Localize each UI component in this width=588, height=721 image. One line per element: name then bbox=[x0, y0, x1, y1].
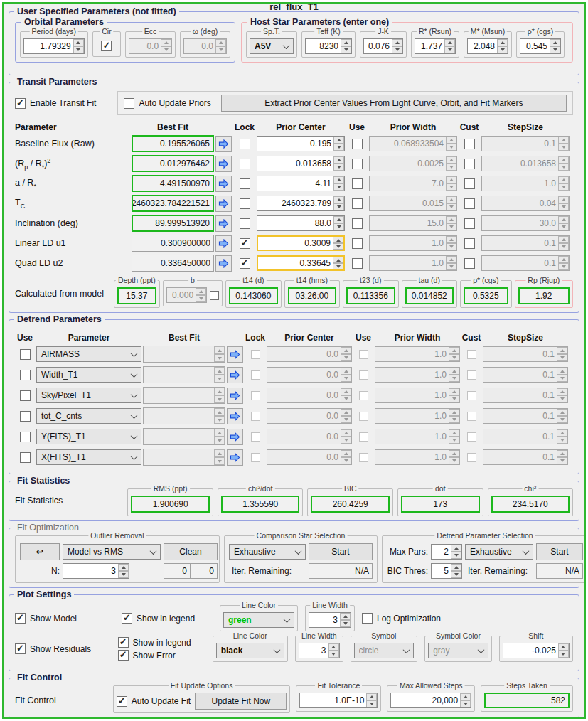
spinner-up-button[interactable] bbox=[366, 693, 377, 700]
spinner-down-button[interactable] bbox=[366, 700, 377, 707]
spinner-up-button[interactable] bbox=[333, 196, 344, 203]
detrend-sel-start-button[interactable]: Start bbox=[536, 543, 583, 560]
prior-center-spinner[interactable]: 0.33645 bbox=[257, 255, 345, 271]
fit-tolerance-spinner[interactable]: 1.0E-10 bbox=[299, 693, 378, 708]
spinner-down-button[interactable] bbox=[333, 203, 344, 210]
spinner-down-button[interactable] bbox=[449, 437, 459, 444]
spinner-down-button[interactable] bbox=[333, 263, 343, 269]
use-prior-checkbox[interactable] bbox=[352, 238, 363, 249]
spinner-down-button[interactable] bbox=[214, 375, 225, 383]
copy-best-fit-button[interactable] bbox=[215, 136, 232, 152]
spinner-down-button[interactable] bbox=[557, 437, 567, 444]
spinner-up-button[interactable] bbox=[333, 137, 344, 144]
lock-checkbox[interactable] bbox=[240, 238, 250, 249]
residuals-line-width-spinner[interactable]: 3 bbox=[299, 643, 340, 658]
shift-spinner[interactable]: -0.025 bbox=[503, 643, 570, 658]
lock-checkbox[interactable] bbox=[240, 139, 250, 149]
show-residuals[interactable]: Show Residuals bbox=[15, 643, 111, 654]
comp-star-start-button[interactable]: Start bbox=[309, 543, 373, 560]
prior-center-spinner[interactable]: 0.3009 bbox=[257, 235, 345, 251]
spinner-down-button[interactable] bbox=[446, 183, 456, 191]
spinner-up-button[interactable] bbox=[451, 545, 461, 552]
use-prior-checkbox[interactable] bbox=[352, 178, 363, 189]
spinner-up-button[interactable] bbox=[341, 39, 351, 46]
spinner-down-button[interactable] bbox=[341, 354, 351, 361]
spinner-down-button[interactable] bbox=[333, 164, 344, 171]
spinner-down-button[interactable] bbox=[550, 46, 560, 53]
spinner-down-button[interactable] bbox=[557, 416, 567, 423]
custom-step-checkbox[interactable] bbox=[464, 139, 475, 149]
spinner-up-button[interactable] bbox=[557, 429, 567, 437]
custom-step-checkbox[interactable] bbox=[464, 178, 475, 189]
spinner-up-button[interactable] bbox=[446, 216, 456, 223]
spinner-down-button[interactable] bbox=[558, 651, 569, 658]
log-optimization[interactable]: Log Optimization bbox=[362, 613, 441, 624]
spinner-up-button[interactable] bbox=[333, 257, 343, 263]
spinner-up-button[interactable] bbox=[341, 409, 351, 416]
model-line-color-dropdown[interactable]: green bbox=[223, 612, 294, 628]
n-sigma-spinner[interactable]: 3 bbox=[63, 563, 129, 579]
use-prior-checkbox[interactable] bbox=[352, 258, 363, 269]
spinner-down-button[interactable] bbox=[73, 46, 84, 53]
spinner-up-button[interactable] bbox=[558, 216, 569, 223]
spinner-down-button[interactable] bbox=[558, 144, 569, 151]
auto-update-fit-checkbox[interactable] bbox=[117, 696, 127, 707]
spinner-up-button[interactable] bbox=[558, 196, 569, 203]
spinner-down-button[interactable] bbox=[392, 46, 402, 53]
use-detrend-checkbox[interactable] bbox=[20, 432, 31, 442]
spinner-down-button[interactable] bbox=[446, 164, 456, 171]
spinner-up-button[interactable] bbox=[446, 236, 456, 243]
use-detrend-checkbox[interactable] bbox=[20, 452, 31, 463]
custom-step-checkbox[interactable] bbox=[464, 218, 475, 229]
outlier-method-dropdown[interactable]: Model vs RMS bbox=[63, 544, 161, 560]
spinner-down-button[interactable] bbox=[558, 164, 569, 171]
period-spinner[interactable]: 1.79329 bbox=[23, 38, 85, 54]
undo-outlier-removal-button[interactable]: ↩ bbox=[20, 543, 60, 560]
spinner-down-button[interactable] bbox=[446, 263, 456, 270]
spinner-down-button[interactable] bbox=[451, 552, 461, 559]
spinner-up-button[interactable] bbox=[333, 216, 344, 223]
spinner-down-button[interactable] bbox=[333, 243, 343, 250]
spinner-up-button[interactable] bbox=[446, 256, 456, 263]
spinner-up-button[interactable] bbox=[558, 643, 569, 651]
spinner-up-button[interactable] bbox=[341, 450, 351, 457]
spinner-down-button[interactable] bbox=[449, 416, 459, 423]
detrend-parameter-dropdown[interactable]: X(FITS)_T1 bbox=[36, 449, 141, 465]
spinner-up-button[interactable] bbox=[333, 176, 344, 183]
spinner-down-button[interactable] bbox=[557, 395, 567, 402]
update-fit-now-button[interactable]: Update Fit Now bbox=[195, 693, 287, 710]
spinner-up-button[interactable] bbox=[558, 176, 569, 183]
spinner-up-button[interactable] bbox=[215, 39, 226, 46]
spinner-down-button[interactable] bbox=[558, 223, 569, 230]
copy-best-fit-button[interactable] bbox=[227, 429, 243, 445]
spinner-down-button[interactable] bbox=[557, 354, 567, 361]
auto-update-fit[interactable]: Auto Update Fit bbox=[117, 696, 191, 707]
spinner-down-button[interactable] bbox=[460, 700, 471, 707]
spinner-up-button[interactable] bbox=[558, 156, 569, 164]
model-show-in-legend[interactable]: Show in legend bbox=[122, 613, 213, 624]
spinner-down-button[interactable] bbox=[558, 243, 569, 250]
copy-best-fit-button[interactable] bbox=[215, 196, 232, 212]
enable-transit-fit[interactable]: Enable Transit Fit bbox=[15, 98, 96, 109]
spinner-up-button[interactable] bbox=[557, 409, 567, 416]
spinner-up-button[interactable] bbox=[214, 367, 225, 375]
spinner-up-button[interactable] bbox=[333, 156, 344, 164]
custom-step-checkbox[interactable] bbox=[464, 238, 475, 249]
prior-center-spinner[interactable]: 0.013658 bbox=[257, 156, 345, 171]
spinner-down-button[interactable] bbox=[214, 437, 225, 444]
use-prior-checkbox[interactable] bbox=[352, 139, 363, 149]
spinner-up-button[interactable] bbox=[449, 347, 459, 354]
use-detrend-checkbox[interactable] bbox=[20, 349, 31, 360]
max-allowed-steps-spinner[interactable]: 20,000 bbox=[390, 693, 471, 708]
spinner-up-button[interactable] bbox=[341, 347, 351, 354]
copy-best-fit-button[interactable] bbox=[227, 367, 243, 383]
use-prior-checkbox[interactable] bbox=[352, 159, 363, 169]
spinner-up-button[interactable] bbox=[214, 449, 225, 457]
spinner-down-button[interactable] bbox=[341, 457, 351, 464]
show-model-checkbox[interactable] bbox=[15, 613, 26, 624]
use-detrend-checkbox[interactable] bbox=[20, 390, 31, 401]
spinner-up-button[interactable] bbox=[328, 643, 339, 651]
auto-update-priors[interactable]: Auto Update Priors bbox=[124, 98, 210, 109]
copy-best-fit-button[interactable] bbox=[215, 156, 232, 172]
show-model[interactable]: Show Model bbox=[15, 613, 114, 624]
